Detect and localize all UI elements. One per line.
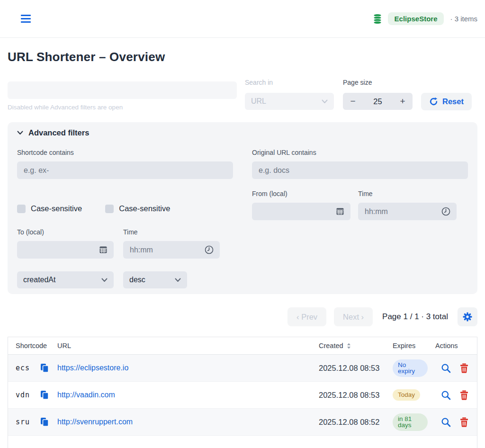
calendar-icon[interactable] bbox=[336, 207, 344, 215]
advanced-filters-panel: Advanced filters Shortcode contains Case… bbox=[8, 122, 477, 294]
search-helper-text: Disabled while Advanced filters are open bbox=[8, 104, 123, 111]
page-size-value: 25 bbox=[363, 97, 393, 106]
clock-icon[interactable] bbox=[205, 245, 214, 254]
expires-badge: Today bbox=[393, 389, 420, 401]
to-date-row: To (local) bbox=[17, 228, 233, 259]
inspect-button[interactable] bbox=[440, 416, 452, 428]
created-value: 2025.12.08 08:52 bbox=[319, 418, 385, 427]
storage-badge: EclipseStore bbox=[388, 12, 444, 25]
copy-icon bbox=[40, 417, 49, 427]
case-sensitive-shortcode-label: Case-sensitive bbox=[31, 204, 82, 213]
from-date-row: From (local) bbox=[252, 190, 468, 220]
column-header-actions: Actions bbox=[428, 342, 477, 349]
pagination-bar: ‹ Prev Next › Page 1 / 1 · 3 total bbox=[8, 307, 477, 326]
page-size-label: Page size bbox=[343, 79, 413, 88]
shortcode-value: sru bbox=[16, 418, 39, 426]
shortcode-value: vdn bbox=[16, 391, 39, 399]
to-date-field: To (local) bbox=[17, 228, 114, 259]
page-title: URL Shortener – Overview bbox=[8, 50, 477, 64]
original-url-filter-label: Original URL contains bbox=[252, 149, 468, 157]
search-icon bbox=[441, 390, 451, 400]
top-bar: EclipseStore · 3 items bbox=[0, 0, 485, 38]
prev-page-button[interactable]: ‹ Prev bbox=[287, 307, 326, 326]
menu-button[interactable] bbox=[19, 13, 33, 25]
checkbox-icon bbox=[17, 205, 26, 213]
trash-icon bbox=[460, 417, 468, 427]
sort-row: createdAt desc bbox=[17, 271, 233, 288]
case-sensitive-url-checkbox[interactable]: Case-sensitive bbox=[105, 204, 170, 213]
column-header-url: URL bbox=[57, 342, 319, 349]
calendar-icon[interactable] bbox=[99, 245, 108, 254]
case-sensitive-row: Case-sensitive Case-sensitive bbox=[17, 204, 233, 213]
settings-button[interactable] bbox=[458, 307, 477, 326]
url-link[interactable]: http://svenruppert.com bbox=[57, 418, 133, 426]
from-time-field: Time bbox=[358, 190, 457, 220]
page-size-stepper: − 25 + bbox=[343, 93, 413, 110]
delete-button[interactable] bbox=[459, 389, 469, 401]
sort-direction-select[interactable]: desc bbox=[123, 271, 187, 288]
expires-badge: No expiry bbox=[393, 359, 428, 377]
table-row: ecs https://eclipsestore.io 2025.12.08 0… bbox=[8, 355, 477, 382]
case-sensitive-shortcode-checkbox[interactable]: Case-sensitive bbox=[17, 204, 82, 213]
filter-toolbar: Disabled while Advanced filters are open… bbox=[8, 79, 477, 110]
expires-badge: in 81 days bbox=[393, 413, 428, 431]
column-header-created[interactable]: Created bbox=[319, 342, 385, 349]
search-in-select[interactable]: URL bbox=[245, 93, 334, 110]
to-date-label: To (local) bbox=[17, 228, 114, 236]
clock-icon[interactable] bbox=[441, 207, 450, 216]
shortcode-value: ecs bbox=[16, 364, 39, 372]
shortcode-filter-input[interactable] bbox=[17, 161, 233, 179]
search-in-label: Search in bbox=[245, 79, 334, 88]
shortcode-filter-field: Shortcode contains bbox=[17, 149, 233, 179]
search-group: Disabled while Advanced filters are open bbox=[8, 81, 237, 99]
copy-icon bbox=[40, 390, 49, 400]
sort-direction-value: desc bbox=[129, 276, 145, 284]
advanced-right-column: Original URL contains From (local) bbox=[252, 149, 468, 288]
from-date-label: From (local) bbox=[252, 190, 350, 198]
reset-button[interactable]: Reset bbox=[421, 93, 472, 110]
copy-button[interactable] bbox=[39, 389, 57, 401]
inspect-button[interactable] bbox=[440, 389, 452, 401]
shortlinks-table: Shortcode URL Created Expires Actions ec… bbox=[8, 337, 477, 448]
hamburger-icon bbox=[21, 15, 31, 23]
search-input[interactable] bbox=[8, 81, 237, 99]
created-value: 2025.12.08 08:53 bbox=[319, 364, 385, 373]
page-size-increment-button[interactable]: + bbox=[393, 93, 413, 110]
search-in-group: Search in URL bbox=[245, 79, 334, 110]
database-icon bbox=[373, 14, 382, 24]
delete-button[interactable] bbox=[459, 362, 469, 374]
sort-field-select[interactable]: createdAt bbox=[17, 271, 114, 288]
original-url-filter-field: Original URL contains bbox=[252, 149, 468, 179]
storage-status: EclipseStore · 3 items bbox=[373, 12, 477, 25]
items-count: · 3 items bbox=[450, 15, 477, 23]
chevron-down-icon bbox=[17, 131, 23, 135]
reset-icon bbox=[429, 97, 438, 106]
next-page-button[interactable]: Next › bbox=[334, 307, 373, 326]
delete-button[interactable] bbox=[459, 416, 469, 428]
original-url-filter-input[interactable] bbox=[252, 161, 468, 179]
sort-field-value: createdAt bbox=[23, 276, 55, 284]
column-header-shortcode: Shortcode bbox=[16, 342, 57, 349]
page-size-decrement-button[interactable]: − bbox=[343, 93, 363, 110]
inspect-button[interactable] bbox=[440, 362, 452, 374]
sort-icon bbox=[347, 343, 351, 349]
page-summary: Page 1 / 1 · 3 total bbox=[382, 312, 448, 322]
search-in-value: URL bbox=[251, 97, 266, 106]
chevron-down-icon bbox=[322, 99, 328, 104]
from-time-label: Time bbox=[358, 190, 457, 198]
url-link[interactable]: https://eclipsestore.io bbox=[57, 364, 128, 372]
advanced-filters-toggle[interactable]: Advanced filters bbox=[17, 128, 468, 137]
chevron-down-icon bbox=[101, 278, 108, 282]
to-time-field: Time bbox=[123, 228, 220, 259]
page-size-group: Page size − 25 + bbox=[343, 79, 413, 110]
copy-button[interactable] bbox=[39, 416, 57, 428]
search-icon bbox=[441, 363, 451, 373]
url-link[interactable]: http://vaadin.com bbox=[57, 391, 115, 399]
advanced-left-column: Shortcode contains Case-sensitive Case-s… bbox=[17, 149, 233, 288]
trash-icon bbox=[460, 363, 468, 373]
trash-icon bbox=[460, 390, 468, 400]
advanced-filters-title: Advanced filters bbox=[28, 128, 89, 137]
copy-button[interactable] bbox=[39, 362, 57, 374]
reset-label: Reset bbox=[442, 97, 464, 106]
copy-icon bbox=[40, 363, 49, 373]
